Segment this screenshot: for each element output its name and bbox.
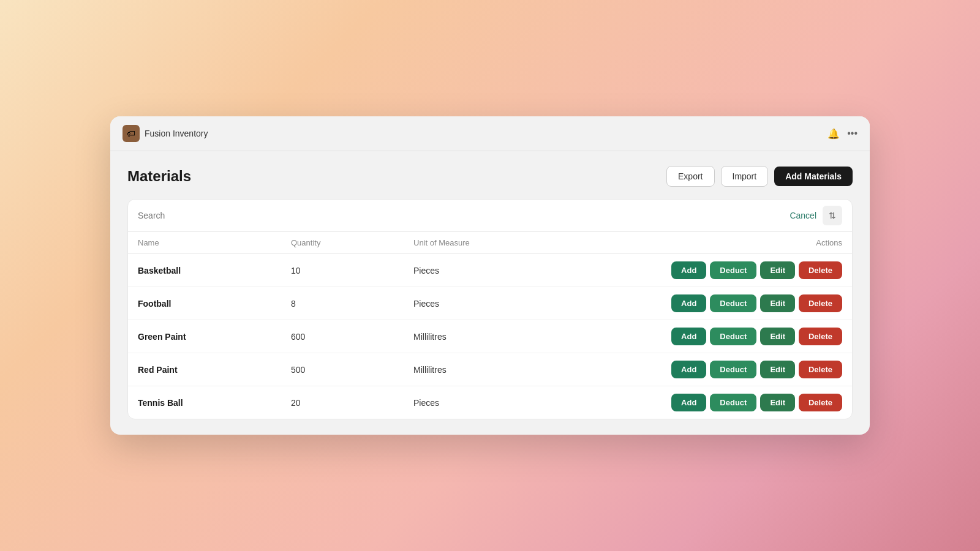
cell-unit: Millilitres bbox=[413, 365, 671, 375]
titlebar-left: 🏷 Fusion Inventory bbox=[123, 125, 208, 142]
deduct-button[interactable]: Deduct bbox=[710, 328, 756, 345]
cell-name: Basketball bbox=[138, 266, 291, 276]
search-bar: Cancel ⇅ bbox=[128, 200, 852, 232]
add-button[interactable]: Add bbox=[671, 394, 706, 411]
main-content: Materials Export Import Add Materials Ca… bbox=[110, 151, 870, 434]
add-materials-button[interactable]: Add Materials bbox=[774, 167, 853, 186]
table-row: Red Paint 500 Millilitres Add Deduct Edi… bbox=[128, 353, 852, 386]
delete-button[interactable]: Delete bbox=[799, 328, 842, 345]
edit-button[interactable]: Edit bbox=[760, 294, 795, 312]
delete-button[interactable]: Delete bbox=[799, 394, 842, 411]
cell-actions: Add Deduct Edit Delete bbox=[671, 394, 842, 411]
cell-actions: Add Deduct Edit Delete bbox=[671, 328, 842, 345]
edit-button[interactable]: Edit bbox=[760, 394, 795, 411]
cell-name: Red Paint bbox=[138, 365, 291, 375]
cell-name: Green Paint bbox=[138, 332, 291, 342]
col-header-actions: Actions bbox=[816, 238, 842, 247]
search-input[interactable] bbox=[138, 211, 790, 220]
export-button[interactable]: Export bbox=[666, 166, 714, 187]
edit-button[interactable]: Edit bbox=[760, 328, 795, 345]
table-row: Green Paint 600 Millilitres Add Deduct E… bbox=[128, 320, 852, 353]
cancel-button[interactable]: Cancel bbox=[790, 211, 816, 220]
cell-unit: Millilitres bbox=[413, 332, 671, 342]
bell-icon[interactable]: 🔔 bbox=[827, 128, 840, 140]
page-header: Materials Export Import Add Materials bbox=[127, 166, 853, 187]
table-body: Basketball 10 Pieces Add Deduct Edit Del… bbox=[128, 254, 852, 419]
cell-actions: Add Deduct Edit Delete bbox=[671, 294, 842, 312]
deduct-button[interactable]: Deduct bbox=[710, 361, 756, 378]
cell-name: Tennis Ball bbox=[138, 398, 291, 408]
cell-unit: Pieces bbox=[413, 299, 671, 309]
cell-unit: Pieces bbox=[413, 266, 671, 276]
cell-quantity: 8 bbox=[291, 299, 413, 309]
app-window: 🏷 Fusion Inventory 🔔 ••• Materials Expor… bbox=[110, 116, 870, 435]
deduct-button[interactable]: Deduct bbox=[710, 394, 756, 411]
add-button[interactable]: Add bbox=[671, 294, 706, 312]
sort-button[interactable]: ⇅ bbox=[823, 206, 842, 225]
more-icon[interactable]: ••• bbox=[847, 128, 858, 139]
page-title: Materials bbox=[127, 168, 191, 185]
add-button[interactable]: Add bbox=[671, 261, 706, 279]
delete-button[interactable]: Delete bbox=[799, 294, 842, 312]
table-row: Basketball 10 Pieces Add Deduct Edit Del… bbox=[128, 254, 852, 287]
delete-button[interactable]: Delete bbox=[799, 361, 842, 378]
delete-button[interactable]: Delete bbox=[799, 261, 842, 279]
search-actions: Cancel ⇅ bbox=[790, 206, 842, 225]
add-button[interactable]: Add bbox=[671, 361, 706, 378]
cell-actions: Add Deduct Edit Delete bbox=[671, 261, 842, 279]
header-actions: Export Import Add Materials bbox=[666, 166, 853, 187]
edit-button[interactable]: Edit bbox=[760, 361, 795, 378]
cell-unit: Pieces bbox=[413, 398, 671, 408]
col-header-unit: Unit of Measure bbox=[413, 238, 816, 247]
app-icon: 🏷 bbox=[123, 125, 140, 142]
titlebar: 🏷 Fusion Inventory 🔔 ••• bbox=[110, 116, 870, 151]
import-button[interactable]: Import bbox=[721, 166, 769, 187]
add-button[interactable]: Add bbox=[671, 328, 706, 345]
materials-table: Cancel ⇅ Name Quantity Unit of Measure A… bbox=[127, 199, 853, 419]
cell-quantity: 20 bbox=[291, 398, 413, 408]
titlebar-right: 🔔 ••• bbox=[827, 128, 858, 140]
cell-quantity: 600 bbox=[291, 332, 413, 342]
sort-icon: ⇅ bbox=[829, 211, 836, 220]
edit-button[interactable]: Edit bbox=[760, 261, 795, 279]
table-row: Football 8 Pieces Add Deduct Edit Delete bbox=[128, 287, 852, 320]
cell-quantity: 10 bbox=[291, 266, 413, 276]
cell-name: Football bbox=[138, 299, 291, 309]
deduct-button[interactable]: Deduct bbox=[710, 261, 756, 279]
app-title: Fusion Inventory bbox=[145, 129, 208, 138]
col-header-quantity: Quantity bbox=[291, 238, 413, 247]
table-header: Name Quantity Unit of Measure Actions bbox=[128, 232, 852, 254]
table-row: Tennis Ball 20 Pieces Add Deduct Edit De… bbox=[128, 386, 852, 419]
col-header-name: Name bbox=[138, 238, 291, 247]
cell-quantity: 500 bbox=[291, 365, 413, 375]
cell-actions: Add Deduct Edit Delete bbox=[671, 361, 842, 378]
deduct-button[interactable]: Deduct bbox=[710, 294, 756, 312]
